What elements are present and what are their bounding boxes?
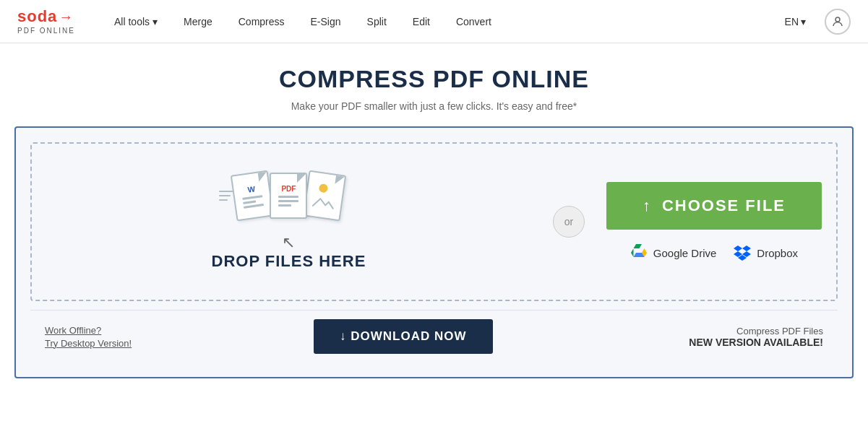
upload-arrow-icon: ↑ [643, 196, 652, 215]
logo[interactable]: soda → PDF ONLINE [17, 8, 75, 35]
promo-line1: Compress PDF Files [736, 326, 823, 337]
svg-point-0 [835, 17, 840, 22]
drop-area[interactable]: W PDF [46, 173, 531, 271]
logo-arrow: → [59, 9, 73, 25]
dropbox-icon [734, 244, 751, 261]
word-doc-icon: W [231, 170, 274, 222]
google-drive-option[interactable]: Google Drive [630, 244, 717, 261]
nav-edit[interactable]: Edit [403, 10, 440, 33]
choose-file-button[interactable]: ↑ CHOOSE FILE [606, 182, 822, 230]
nav-convert[interactable]: Convert [446, 10, 502, 33]
cursor-icon: ↖ [282, 233, 295, 252]
language-selector[interactable]: EN ▾ [778, 12, 813, 32]
download-now-button[interactable]: ↓ DOWNLOAD NOW [314, 319, 492, 354]
footer-strip: Work Offline? Try Desktop Version! ↓ DOW… [30, 310, 838, 363]
work-offline-link[interactable]: Work Offline? [45, 325, 132, 336]
file-icons: W PDF [233, 173, 343, 219]
promo-line2: NEW VERSION AVAILABLE! [689, 337, 823, 348]
cloud-options: Google Drive Dropbox [630, 244, 798, 261]
footer-promo: Compress PDF Files NEW VERSION AVAILABLE… [689, 326, 823, 348]
offline-links: Work Offline? Try Desktop Version! [45, 325, 132, 349]
right-actions: ↑ CHOOSE FILE Google Drive [606, 182, 822, 261]
dropzone-container: W PDF [14, 126, 854, 378]
lang-chevron-icon: ▾ [801, 16, 806, 27]
main-nav: All tools ▾ Merge Compress E-Sign Split … [104, 9, 851, 35]
nav-split[interactable]: Split [357, 10, 397, 33]
page-title: COMPRESS PDF ONLINE [14, 65, 854, 93]
main-content: COMPRESS PDF ONLINE Make your PDF smalle… [0, 43, 868, 393]
logo-sub: PDF ONLINE [17, 27, 75, 35]
nav-esign[interactable]: E-Sign [301, 10, 351, 33]
nav-compress[interactable]: Compress [228, 10, 295, 33]
chevron-down-icon: ▾ [152, 16, 158, 27]
pdf-doc-icon: PDF [270, 173, 307, 219]
dropbox-option[interactable]: Dropbox [734, 244, 798, 261]
try-desktop-link[interactable]: Try Desktop Version! [45, 338, 132, 349]
nav-all-tools[interactable]: All tools ▾ [104, 10, 168, 33]
page-subtitle: Make your PDF smaller with just a few cl… [14, 100, 854, 112]
nav-merge[interactable]: Merge [173, 10, 223, 33]
drop-files-text: DROP FILES HERE [212, 252, 366, 271]
image-doc-icon [303, 170, 346, 222]
or-divider: or [553, 206, 585, 238]
google-drive-icon [630, 244, 648, 261]
google-drive-label: Google Drive [653, 247, 717, 259]
logo-brand: soda [17, 8, 57, 25]
dropbox-label: Dropbox [757, 247, 798, 259]
user-account-button[interactable] [825, 9, 851, 35]
dropzone-inner[interactable]: W PDF [30, 142, 838, 301]
